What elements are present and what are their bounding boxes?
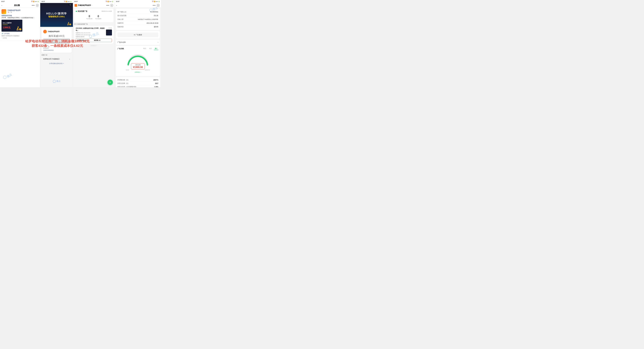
alarm-icon-4: ⏰ xyxy=(152,1,154,2)
coupon-card: 方城县哈罗电动车 购车直减100元 活动已结束 优惠时间 使用规则 139030… xyxy=(42,28,72,53)
camera-button-1[interactable]: ⊙ xyxy=(36,4,38,7)
status-icons-3: ⏰ 📶 WiFi 🔋 xyxy=(106,1,114,2)
battery-icon: 🔋 xyxy=(38,1,39,2)
back-button-4[interactable]: ‹ xyxy=(116,4,117,7)
post-image[interactable]: HELLO!新同学 智能锂电车 1399元 🛵 xyxy=(2,20,22,32)
coupon-scroll: 方城县哈罗电动车 购车直减100元 活动已结束 优惠时间 使用规则 139030… xyxy=(40,27,73,87)
coupon-rules: 使用规则 13903039682825 xyxy=(43,47,70,51)
row-value-2: 18岁及以下~60岁及以上;性别不限; xyxy=(138,19,158,21)
gauge-range: ¥0.00 ¥2000.00 xyxy=(126,69,150,71)
scooter-yellow: 🛵 xyxy=(67,22,72,26)
more-button-1[interactable]: ••• xyxy=(32,4,35,7)
coupon-source: 方城县哈罗电动车 xyxy=(43,30,70,34)
time-4: 15:37 xyxy=(116,1,120,2)
whitelist-chevron[interactable]: › xyxy=(158,41,158,43)
coupon-btn[interactable]: 活动已结束 xyxy=(43,39,70,44)
stat-exposure-label: 昨日曝光量 xyxy=(86,18,92,20)
status-bar-3: 15:37 ⏰ 📶 WiFi 🔋 xyxy=(73,0,115,3)
campaign-scroll: 发放优惠广告 *数据每日24:00更新 0 昨日曝光量 0 昨日领取量 共 1 … xyxy=(73,8,115,87)
camera-button-4[interactable]: ⊙ xyxy=(157,4,160,7)
fab-button[interactable]: + xyxy=(108,80,113,85)
coupon-bg: HELLO!新同学 智能锂电车1399元 🛵 ✓证 xyxy=(40,3,73,27)
gauge-min: ¥0.00 xyxy=(126,69,129,71)
gauge-max: ¥2000.00 xyxy=(145,69,150,71)
wifi-icon-2: WiFi xyxy=(68,1,70,2)
analytics-row-2: 目标人群 18岁及以下~60岁及以上;性别不限; xyxy=(118,18,158,21)
alarm-icon-2: ⏰ xyxy=(64,1,66,2)
store-name: 哈哩电动车方城旗舰店 xyxy=(43,58,60,60)
camera-button-3[interactable]: ⊙ xyxy=(110,4,113,7)
row-label-2: 目标人群 xyxy=(118,18,124,21)
more-button-4[interactable]: ••• xyxy=(153,4,156,7)
alarm-icon: ⏰ xyxy=(31,1,33,2)
time-3: 15:37 xyxy=(74,1,78,2)
coupon-amount-text: 购车直减100元 xyxy=(43,35,70,38)
nav-title-3: 方城县哈罗电动车 xyxy=(78,4,91,7)
analytics-row-4: 创建来源 服务商 xyxy=(118,25,158,29)
campaign-stats-section: 发放优惠广告 *数据每日24:00更新 0 昨日曝光量 0 昨日领取量 xyxy=(74,9,114,22)
consumption-section: 广告消耗 昨日 今日 累计 消耗 xyxy=(116,46,160,76)
post-header: 方城县哈罗电动车 📍 广告 xyxy=(2,9,38,14)
analytics-info-section: 推广预算人次 ¥2,000/30次 最大投放范围 10公里 目标人群 18岁及以… xyxy=(116,9,160,30)
campaign-title-row: 发放优惠广告 *数据每日24:00更新 xyxy=(76,10,112,12)
status-icons-4: ⏰ 📶 WiFi 🔋 xyxy=(152,1,160,2)
post-text: 哈哩电动车补贴 开学季，智能锂电款1399元！点击领取购车补贴！ xyxy=(2,15,38,19)
ad-post-item: 方城县哈罗电动车 📍 广告 哈哩电动车补贴 开学季，智能锂电款1399元！点击领… xyxy=(0,8,40,41)
wifi-icon-4: WiFi xyxy=(156,1,158,2)
shop-avatar-3 xyxy=(74,4,77,7)
signal-icon-3: 📶 xyxy=(108,1,109,2)
coupon-store-btn[interactable]: 哈哩电动车方城旗舰店 › xyxy=(42,57,72,61)
verify-badge: ✓证 xyxy=(68,4,72,6)
battery-icon-4: 🔋 xyxy=(158,1,160,2)
location-icon: 📍 xyxy=(8,12,9,13)
analytics-row-1: 最大投放范围 10公里 xyxy=(118,14,158,18)
campaign-stats: 0 昨日曝光量 0 昨日领取量 xyxy=(76,14,112,21)
stat-exposure-num: 0 xyxy=(86,15,92,18)
row-label-0: 推广预算人次 xyxy=(118,11,126,13)
tab-cumulative[interactable]: 累计 xyxy=(154,47,158,50)
metric-val-0: 200771 xyxy=(154,79,158,81)
ad-exposure-metric: 外层曝光量 200771 xyxy=(77,39,94,41)
scooter-icon: 🛵 xyxy=(16,26,22,31)
analytics-row-3: 创建时间 2021-08-26 20:06 xyxy=(118,21,158,25)
campaign-count: 共 1 条发放优惠广告 xyxy=(73,23,115,26)
panel-friends-circle: 15:37 ⏰ 📶 WiFi 🔋 ‹ 朋友圈 ••• ⊙ 方城县哈罗电动车 xyxy=(0,0,40,87)
tab-today[interactable]: 今日 xyxy=(148,47,153,50)
avatar xyxy=(2,9,6,14)
ad-thumb xyxy=(106,30,112,36)
row-label-3: 创建时间 xyxy=(118,22,124,24)
campaign-ad-row: 20210826_哈哩电动车补贴 开学季，智能锂电... 创建时间 2021-0… xyxy=(74,26,114,44)
gauge-container: 消耗金额 ¥1999.98 ¥0.00 ¥2000.00 余额退款 > xyxy=(118,51,158,75)
metric-row-1: 外层点击量（次） 2527 xyxy=(118,82,158,85)
post-shop: 南阳市·哈哩电动车方城旗舰店 xyxy=(2,35,38,37)
post-text-line1: 哈哩电动车补贴 xyxy=(2,15,38,17)
stat-claims-num: 0 xyxy=(96,15,101,18)
row-label-4: 创建来源 xyxy=(118,26,124,28)
tab-yesterday[interactable]: 昨日 xyxy=(142,47,147,50)
metric-name-1: 外层点击量（次） xyxy=(118,82,130,84)
friends-circle-feed: 方城县哈罗电动车 📍 广告 哈哩电动车补贴 开学季，智能锂电款1399元！点击领… xyxy=(0,8,40,87)
chevron-right-icon: › xyxy=(69,58,70,60)
ad-row-header: 20210826_哈哩电动车补贴 开学季，智能锂电... 创建时间 2021-0… xyxy=(76,27,112,38)
row-value-1: 10公里 xyxy=(154,15,158,17)
nav-bar-1: ‹ 朋友圈 ••• ⊙ xyxy=(0,3,40,8)
metric-name-2: 外层点击率（点击量/曝光量） xyxy=(118,86,137,87)
metric-val-1: 2527 xyxy=(155,83,158,84)
ad-metrics-row: 外层曝光量 200771 领券量 432 xyxy=(76,39,112,42)
coupon-source-name: 方城县哈罗电动车 xyxy=(48,31,60,33)
gauge-amount: ¥1999.98 xyxy=(133,66,143,69)
ad-material-button[interactable]: ≋ 广告素材 xyxy=(118,33,158,37)
bg-price: 智能锂电车1399元 xyxy=(48,15,65,18)
metric-row-0: 外层曝光量（次） 200771 xyxy=(118,78,158,82)
metric-val-2: 1.26% xyxy=(154,86,158,87)
avatar-img xyxy=(2,9,6,14)
coupon-share[interactable]: 分享优惠信息给好友 > xyxy=(40,63,73,65)
signal-icon-2: 📶 xyxy=(66,1,67,2)
consumption-tabs: 昨日 今日 累计 xyxy=(142,47,158,50)
post-link[interactable]: 🔗 立即领取 xyxy=(2,33,38,35)
time-1: 15:37 xyxy=(1,1,4,2)
more-button-3[interactable]: ••• xyxy=(106,4,109,7)
post-name[interactable]: 方城县哈罗电动车 xyxy=(8,9,38,12)
refund-link[interactable]: 余额退款 > xyxy=(134,71,141,73)
metric-row-2: 外层点击率（点击量/曝光量） 1.26% xyxy=(118,85,158,87)
